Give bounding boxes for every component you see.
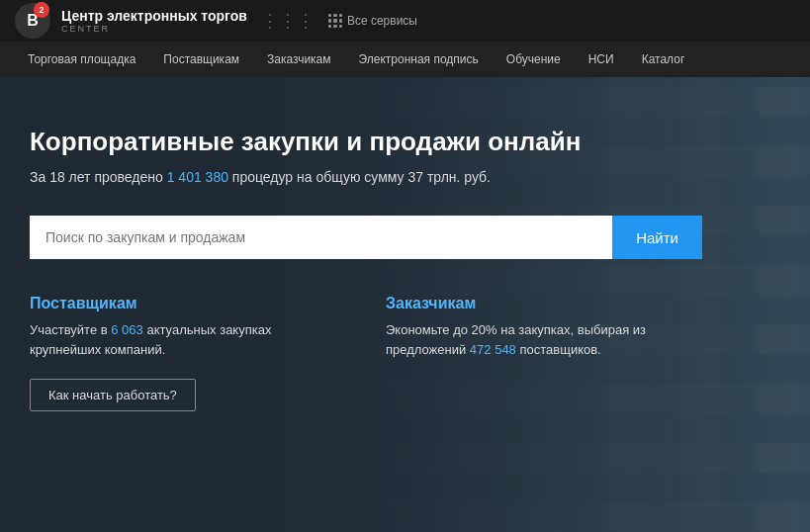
nav-e-signature[interactable]: Электронная подпись (345, 42, 493, 77)
nav-customers[interactable]: Заказчикам (253, 42, 344, 77)
header-divider: ⋮⋮⋮ (261, 10, 315, 32)
hero-subtext-suffix: процедур на общую сумму 37 трлн. руб. (228, 169, 491, 185)
suppliers-title[interactable]: Поставщикам (30, 295, 346, 312)
logo-badge: 2 (34, 2, 49, 18)
all-services-link[interactable]: Все сервисы (328, 14, 417, 28)
hero-procedures-count: 1 401 380 (167, 169, 228, 185)
hero-subtext-prefix: За 18 лет проведено (30, 169, 167, 185)
logo-center-label: CENTER (61, 24, 247, 34)
hero-subtext: За 18 лет проведено 1 401 380 процедур н… (30, 167, 780, 188)
customers-title[interactable]: Заказчикам (386, 295, 702, 312)
nav-education[interactable]: Обучение (493, 42, 575, 77)
logo-icon[interactable]: B 2 (12, 0, 53, 42)
logo-block: B 2 Центр электронных торгов CENTER (12, 0, 247, 42)
grid-icon (328, 14, 342, 28)
header-top: B 2 Центр электронных торгов CENTER ⋮⋮⋮ … (0, 0, 810, 42)
header-nav: Торговая площадка Поставщикам Заказчикам… (0, 42, 810, 77)
start-working-button[interactable]: Как начать работать? (30, 379, 196, 411)
nav-nsi[interactable]: НСИ (575, 42, 628, 77)
search-row: Найти (30, 216, 702, 259)
suppliers-desc-prefix: Участвуйте в (30, 322, 111, 337)
customers-desc: Экономьте до 20% на закупках, выбирая из… (386, 320, 702, 359)
hero-heading: Корпоративные закупки и продажи онлайн (30, 127, 780, 157)
suppliers-card: Поставщикам Участвуйте в 6 063 актуальны… (30, 295, 346, 411)
search-button[interactable]: Найти (612, 216, 702, 259)
suppliers-desc: Участвуйте в 6 063 актуальных закупках к… (30, 320, 346, 359)
nav-trading-platform[interactable]: Торговая площадка (14, 42, 149, 77)
nav-suppliers[interactable]: Поставщикам (149, 42, 253, 77)
customers-card: Заказчикам Экономьте до 20% на закупках,… (386, 295, 702, 411)
search-input[interactable] (30, 216, 612, 259)
nav-catalog[interactable]: Каталог (628, 42, 699, 77)
hero-content: Корпоративные закупки и продажи онлайн З… (30, 127, 780, 411)
logo-text: Центр электронных торгов CENTER (61, 8, 247, 34)
logo-title: Центр электронных торгов (61, 8, 247, 24)
suppliers-count: 6 063 (111, 322, 143, 337)
hero-section: Корпоративные закупки и продажи онлайн З… (0, 77, 810, 532)
customers-desc-suffix: поставщиков. (516, 342, 601, 357)
customers-suppliers-count: 472 548 (470, 342, 516, 357)
cards-row: Поставщикам Участвуйте в 6 063 актуальны… (30, 295, 780, 411)
